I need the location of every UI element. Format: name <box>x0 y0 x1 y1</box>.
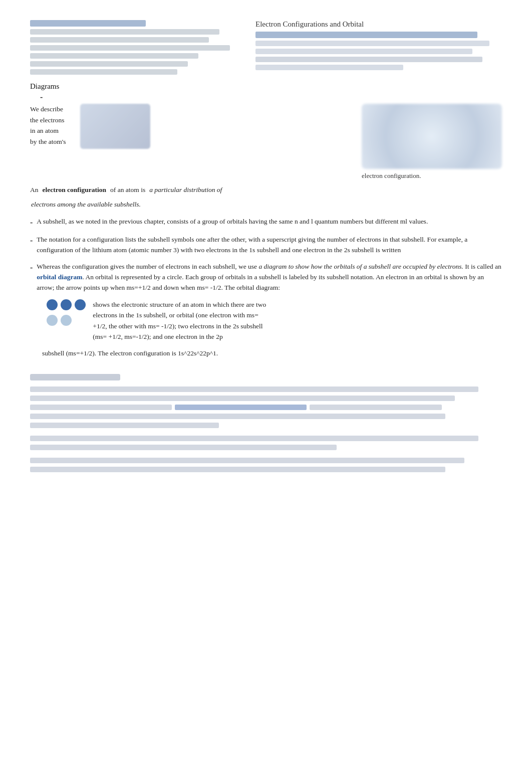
header-area: Electron Configurations and Orbital <box>30 20 502 77</box>
bold-electron-config: electron configuration <box>43 185 107 196</box>
bullet-content-3: Whereas the configuration gives the numb… <box>37 262 502 293</box>
bl-seg-9 <box>30 458 464 463</box>
bl-seg-3 <box>30 405 172 410</box>
dash-separator-1: - <box>40 93 502 102</box>
describe-left-text: We describe the electrons in an atom by … <box>30 104 75 180</box>
orb-line-3: +1/2, the other with ms= -1/2); two elec… <box>93 321 502 332</box>
describe-row: We describe the electrons in an atom by … <box>30 104 502 180</box>
bullet-item-3: - Whereas the configuration gives the nu… <box>30 262 502 293</box>
orb-row-2 <box>47 315 86 326</box>
orbital-balls-diagram <box>47 299 86 326</box>
orb-ball-2 <box>61 299 72 310</box>
dash-1: - <box>30 217 33 229</box>
orb-line-2: electrons in the 1s subshell, or orbital… <box>93 310 502 321</box>
blurred-header-right-5 <box>255 65 403 70</box>
bl-seg-link <box>175 405 307 410</box>
page-title: Electron Configurations and Orbital <box>255 20 502 29</box>
def-an: An <box>30 185 39 196</box>
orb-ball-3 <box>75 299 86 310</box>
blurred-header-right-4 <box>255 57 482 62</box>
page-container: Electron Configurations and Orbital Diag… <box>30 20 502 472</box>
blurred-line-g1-1 <box>30 386 502 392</box>
bullet-italic-3: a diagram to show how the orbitals of a … <box>258 263 463 270</box>
blurred-header-right-3 <box>255 49 472 54</box>
blurred-line-g1-2 <box>30 396 502 401</box>
by-atoms-text: by the atom's <box>30 136 75 147</box>
bl-seg-4 <box>310 405 442 410</box>
orbital-description-text: shows the electronic structure of an ato… <box>93 299 502 342</box>
bullet-text-3-before: Whereas the configuration gives the numb… <box>37 263 258 270</box>
electron-config-label: electron configuration. <box>362 172 502 180</box>
bullet-section: - A subshell, as we noted in the previou… <box>30 217 502 293</box>
bullet-content-1: A subshell, as we noted in the previous … <box>37 217 502 227</box>
bl-seg-2 <box>30 396 455 401</box>
bottom-blurred-lines <box>30 386 502 472</box>
bl-seg-6 <box>30 423 219 428</box>
electron-config-final: subshell (ms=+1/2). The electron configu… <box>42 348 502 359</box>
header-right-col: Electron Configurations and Orbital <box>255 20 502 77</box>
bullet-text-3-cont: . An orbital is represented by a circle.… <box>37 273 484 291</box>
italic-particular: a particular distribution of <box>149 185 222 196</box>
blurred-line-g1-3 <box>30 405 502 410</box>
blurred-line-g3-2 <box>30 467 502 472</box>
blurred-atom-image-center <box>80 104 150 149</box>
dash-2: - <box>30 235 33 247</box>
blurred-line-2 <box>30 29 219 35</box>
blurred-line-6 <box>30 61 188 67</box>
bullet-text-1: A subshell, as we noted in the previous … <box>37 218 428 225</box>
spacer-1 <box>30 432 502 436</box>
blurred-line-g2-1 <box>30 436 502 441</box>
in-an-atom-text: in an atom <box>30 125 75 136</box>
dash-3: - <box>30 262 33 274</box>
bullet-text-2: The notation for a configuration lists t… <box>37 236 467 254</box>
bullet-item-2: - The notation for a configuration lists… <box>30 235 502 256</box>
electrons-among-text: electrons among the available subshells. <box>31 201 502 209</box>
orbital-diagram-term: orbital diagram <box>37 273 82 281</box>
atom-diagram-center <box>80 104 150 180</box>
blurred-line-g2-2 <box>30 445 502 450</box>
orb-ball-faded-2 <box>61 315 72 326</box>
bottom-title-blurred <box>30 374 120 380</box>
orbital-diagram-content: shows the electronic structure of an ato… <box>47 299 502 342</box>
blurred-line-g1-4 <box>30 414 502 419</box>
describe-right: electron configuration. <box>155 104 502 180</box>
orbital-diagram-section: - shows the electronic structure of an a… <box>40 299 502 342</box>
blurred-line-7 <box>30 69 177 75</box>
orb-line-4: (ms= +1/2, ms=-1/2); and one electron in… <box>93 331 502 342</box>
def-of-atom: of an atom is <box>110 185 145 196</box>
orb-ball-faded-1 <box>47 315 58 326</box>
electron-config-text: electron configuration. <box>362 172 421 179</box>
header-left-col <box>30 20 240 77</box>
bottom-blurred-section <box>30 374 502 472</box>
blurred-line-1 <box>30 20 146 27</box>
bl-seg-10 <box>30 467 445 472</box>
bl-seg-8 <box>30 445 337 450</box>
blurred-line-g3-1 <box>30 458 502 463</box>
orb-ball-1 <box>47 299 58 310</box>
we-describe-text: We describe <box>30 104 75 115</box>
orb-line-1: shows the electronic structure of an ato… <box>93 299 502 310</box>
blurred-header-block <box>30 20 240 75</box>
the-electrons-text: the electrons <box>30 115 75 126</box>
bl-seg-7 <box>30 436 478 441</box>
bullet-item-1: - A subshell, as we noted in the previou… <box>30 217 502 229</box>
blurred-line-4 <box>30 45 230 51</box>
orb-row-1 <box>47 299 86 310</box>
bullet-content-2: The notation for a configuration lists t… <box>37 235 502 256</box>
blurred-line-3 <box>30 37 209 43</box>
blurred-line-g1-5 <box>30 423 502 428</box>
blurred-atom-image-right <box>362 104 502 169</box>
bl-seg-5 <box>30 414 445 419</box>
blurred-line-5 <box>30 53 198 59</box>
bullet-text-3-after: It is called an <box>463 263 501 270</box>
diagrams-label: Diagrams <box>30 82 502 91</box>
blurred-header-right-2 <box>255 41 489 46</box>
definition-row: An electron configuration of an atom is … <box>30 185 502 196</box>
bl-seg-1 <box>30 386 478 392</box>
blurred-header-right-1 <box>255 32 477 38</box>
spacer-2 <box>30 454 502 458</box>
